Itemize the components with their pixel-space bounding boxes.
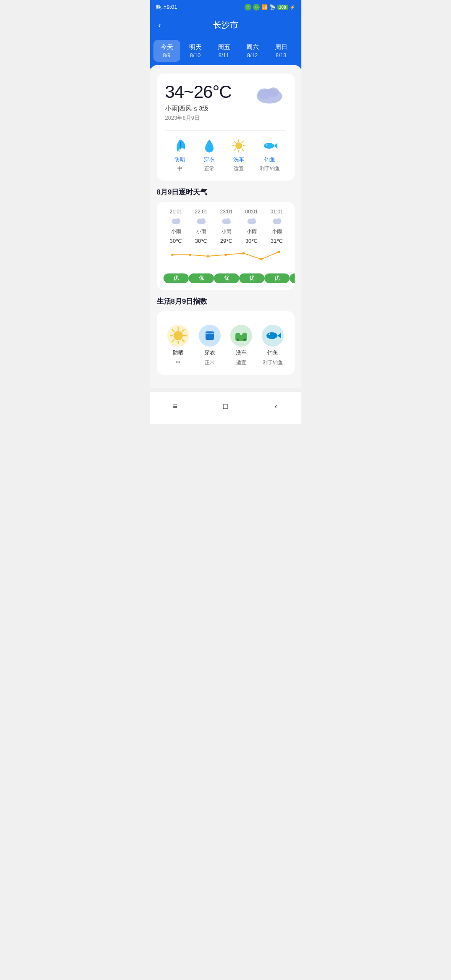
tab-name: 今天: [159, 43, 174, 51]
svg-point-42: [260, 258, 262, 260]
tab-date: 8/12: [245, 52, 260, 58]
svg-point-58: [235, 333, 240, 337]
status-icon-2: ☺: [253, 4, 260, 11]
day-tabs: 今天8/9明天8/10周五8/11周六8/12周日8/13周一8/14周二8/1…: [150, 37, 301, 68]
life-grid-item-3: 钓鱼 利于钓鱼: [260, 325, 286, 366]
hourly-desc: 小雨: [171, 228, 181, 235]
svg-point-39: [206, 255, 209, 257]
svg-point-24: [226, 218, 230, 222]
quick-label: 防晒: [174, 156, 185, 163]
tab-name: 周日: [274, 43, 289, 51]
temp-chart: [164, 246, 288, 267]
hourly-cloud-icon: [170, 217, 182, 226]
aqi-badge-1: 优: [189, 273, 214, 283]
life-grid-label: 洗车: [236, 349, 247, 357]
status-icons: ☺ ☺ 📶 📡 100 ⚡: [245, 4, 295, 11]
day-tab-0[interactable]: 今天8/9: [153, 40, 180, 62]
svg-point-45: [174, 331, 183, 340]
tab-date: 8/9: [159, 52, 174, 58]
svg-point-65: [269, 334, 270, 335]
svg-line-12: [234, 149, 236, 151]
menu-button[interactable]: ≡: [166, 397, 185, 415]
quick-label: 穿衣: [204, 156, 215, 163]
temp-info: 34~26°C 小雨|西风 ≤ 3级 2023年8月9日: [165, 82, 232, 122]
svg-line-10: [242, 149, 244, 151]
life-grid-label: 防晒: [173, 349, 184, 357]
status-time: 晚上9:01: [156, 3, 177, 11]
nav-back-button[interactable]: ‹: [267, 397, 285, 415]
hourly-time: 00:01: [245, 209, 258, 215]
svg-point-27: [251, 218, 256, 222]
day-tab-4[interactable]: 周日8/13: [268, 40, 295, 62]
main-content: 34~26°C 小雨|西风 ≤ 3级 2023年8月9日 防晒 中 穿衣 正常 …: [150, 65, 301, 388]
quick-life-index: 防晒 中 穿衣 正常 洗车 适宜 钓鱼 利于钓鱼: [165, 130, 286, 172]
tab-date: 8/10: [188, 52, 203, 58]
hourly-card: 21:01 小雨 30℃ 22:01 小雨 30℃ 23:01 小雨 29℃ 0…: [157, 202, 295, 290]
hourly-temp: 29℃: [220, 238, 232, 244]
hourly-scroll: 21:01 小雨 30℃ 22:01 小雨 30℃ 23:01 小雨 29℃ 0…: [164, 209, 295, 244]
svg-point-61: [243, 339, 246, 341]
life-grid-item-0: 防晒 中: [165, 325, 192, 366]
status-bar: 晚上9:01 ☺ ☺ 📶 📡 100 ⚡: [150, 0, 301, 13]
hourly-item-2: 23:01 小雨 29℃: [214, 209, 239, 244]
home-button[interactable]: □: [216, 397, 235, 415]
day-tab-5[interactable]: 周一8/14: [296, 40, 301, 62]
hourly-item-3: 00:01 小雨 30℃: [239, 209, 264, 244]
hourly-temp: 30℃: [245, 238, 258, 244]
quick-icon-sun: [230, 137, 247, 154]
quick-value: 利于钓鱼: [260, 165, 280, 172]
life-grid-item-2: 洗车 适宜: [228, 325, 255, 366]
life-index-title: 生活8月9日指数: [157, 297, 295, 306]
svg-marker-14: [274, 143, 277, 149]
life-grid-item-1: 穿衣 正常: [197, 325, 223, 366]
cloud-icon: [253, 82, 286, 107]
life-grid-value: 正常: [205, 359, 215, 366]
aqi-row: 优优优优优优优: [164, 273, 288, 283]
svg-point-60: [237, 339, 239, 341]
quick-index-3: 钓鱼 利于钓鱼: [260, 137, 280, 172]
svg-point-40: [224, 254, 227, 256]
hourly-desc: 小雨: [247, 228, 257, 235]
life-grid: 防晒 中 穿衣 正常 洗车 适宜 钓鱼 利于钓鱼: [165, 325, 286, 366]
quick-label: 钓鱼: [264, 156, 275, 163]
life-grid-label: 穿衣: [204, 349, 215, 357]
quick-value: 中: [177, 165, 182, 172]
page-title: 长沙市: [213, 19, 238, 31]
svg-point-37: [171, 254, 174, 256]
life-grid-value: 利于钓鱼: [263, 359, 283, 366]
day-tab-1[interactable]: 明天8/10: [182, 40, 209, 62]
svg-point-59: [242, 333, 247, 337]
svg-point-38: [189, 254, 191, 256]
quick-icon-fish: [261, 137, 278, 154]
hourly-item-5: 02:01 小雨 27℃: [290, 209, 295, 244]
hourly-temp: 30℃: [195, 238, 207, 244]
tab-date: 8/11: [216, 52, 232, 58]
svg-point-4: [235, 142, 242, 149]
life-grid-value: 中: [176, 359, 181, 366]
hourly-desc: 小雨: [222, 228, 232, 235]
life-grid-icon-3: [262, 325, 284, 347]
aqi-badge-0: 优: [164, 273, 189, 283]
weather-date: 2023年8月9日: [165, 114, 232, 122]
hourly-item-0: 21:01 小雨 30℃: [164, 209, 189, 244]
hourly-time: 22:01: [195, 209, 207, 215]
quick-value: 适宜: [234, 165, 244, 172]
status-icon-1: ☺: [245, 4, 251, 11]
back-button[interactable]: ‹: [157, 18, 163, 32]
hourly-cloud-icon: [271, 217, 283, 226]
tab-name: 周五: [216, 43, 232, 51]
aqi-badge-4: 优: [264, 273, 290, 283]
svg-point-63: [266, 332, 277, 339]
hourly-title: 8月9日逐时天气: [157, 187, 295, 197]
day-tab-2[interactable]: 周五8/11: [211, 40, 237, 62]
hourly-item-4: 01:01 小雨 31℃: [264, 209, 290, 244]
life-grid-value: 适宜: [236, 359, 246, 366]
hourly-cloud-icon: [221, 217, 232, 226]
hourly-temp: 30℃: [170, 238, 182, 244]
life-grid-label: 钓鱼: [267, 349, 278, 357]
life-grid-icon-1: [199, 325, 221, 347]
day-tab-3[interactable]: 周六8/12: [239, 40, 266, 62]
svg-line-9: [234, 141, 236, 143]
tab-name: 明天: [188, 43, 203, 51]
life-grid-icon-2: [230, 325, 252, 347]
